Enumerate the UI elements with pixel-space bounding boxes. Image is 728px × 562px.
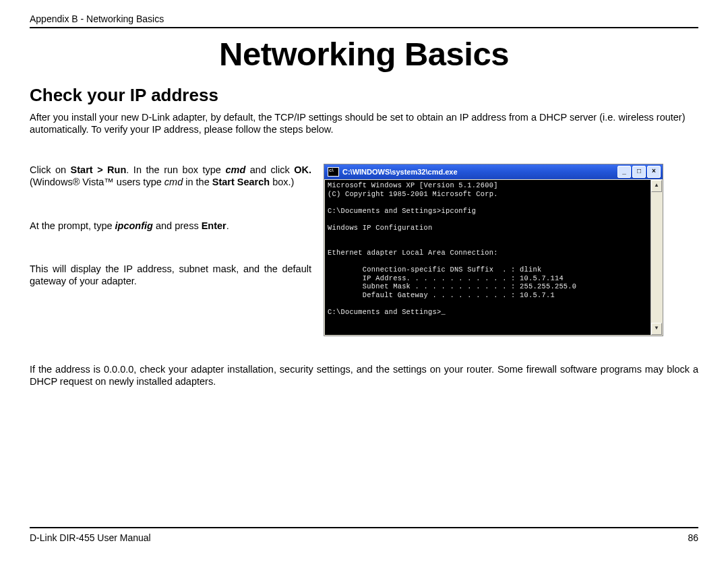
bottom-paragraph: If the address is 0.0.0.0, check your ad… bbox=[30, 363, 698, 387]
section-subtitle: Check your IP address bbox=[30, 85, 698, 106]
scroll-track[interactable] bbox=[651, 192, 662, 323]
maximize-button[interactable]: □ bbox=[632, 166, 646, 178]
close-button[interactable]: × bbox=[647, 166, 661, 178]
window-buttons: _ □ × bbox=[617, 166, 661, 178]
cmd-output[interactable]: Microsoft Windows XP [Version 5.1.2600] … bbox=[325, 180, 650, 335]
cmd-client-area: Microsoft Windows XP [Version 5.1.2600] … bbox=[324, 179, 663, 336]
footer-manual-name: D-Link DIR-455 User Manual bbox=[30, 532, 151, 543]
step-1: Click on Start > Run. In the run box typ… bbox=[30, 164, 311, 188]
page-footer: D-Link DIR-455 User Manual 86 bbox=[30, 527, 698, 543]
footer-rule bbox=[30, 527, 698, 528]
cmd-title-text: C:\WINDOWS\system32\cmd.exe bbox=[342, 168, 617, 176]
step-2: At the prompt, type ipconfig and press E… bbox=[30, 220, 311, 232]
scroll-up-button[interactable]: ▲ bbox=[651, 180, 662, 192]
cmd-icon: c\ bbox=[328, 167, 339, 177]
intro-paragraph: After you install your new D-Link adapte… bbox=[30, 111, 698, 135]
cmd-window: c\ C:\WINDOWS\system32\cmd.exe _ □ × Mic… bbox=[324, 164, 663, 336]
cmd-scrollbar[interactable]: ▲ ▼ bbox=[650, 180, 662, 335]
minimize-button[interactable]: _ bbox=[617, 166, 631, 178]
header-rule bbox=[30, 27, 698, 28]
instructions-column: Click on Start > Run. In the run box typ… bbox=[30, 164, 311, 287]
step-3: This will display the IP address, subnet… bbox=[30, 263, 311, 287]
page-title: Networking Basics bbox=[30, 35, 698, 73]
header-appendix: Appendix B - Networking Basics bbox=[30, 13, 698, 24]
content-row: Click on Start > Run. In the run box typ… bbox=[30, 164, 698, 336]
cmd-titlebar[interactable]: c\ C:\WINDOWS\system32\cmd.exe _ □ × bbox=[324, 164, 663, 179]
footer-page-number: 86 bbox=[688, 532, 698, 543]
scroll-down-button[interactable]: ▼ bbox=[651, 323, 662, 335]
